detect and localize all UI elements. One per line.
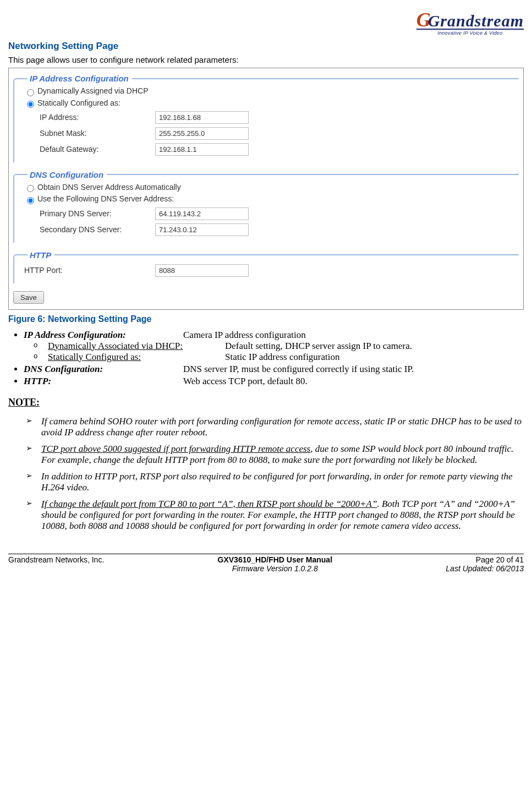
config-item-dns: DNS Configuration:DNS server IP, must be… (24, 364, 524, 375)
secondary-dns-row: Secondary DNS Server: (40, 223, 519, 236)
primary-dns-label: Primary DNS Server: (40, 209, 155, 218)
ip-config-fieldset: IP Address Configuration Dynamically Ass… (13, 74, 519, 162)
config-item-ip: IP Address Configuration:Camera IP addre… (24, 330, 524, 363)
note-4: If change the default port from TCP 80 t… (29, 499, 524, 532)
subnet-mask-label: Subnet Mask: (40, 129, 155, 138)
dns-config-legend: DNS Configuration (28, 170, 107, 179)
footer-divider (8, 554, 524, 554)
note-list: If camera behind SOHO router with port f… (8, 416, 524, 532)
footer-right: Page 20 of 41 Last Updated: 06/2013 (446, 555, 524, 573)
gateway-label: Default Gateway: (40, 145, 155, 154)
dns-auto-row[interactable]: Obtain DNS Server Address Automatically (24, 183, 519, 192)
http-port-row: HTTP Port: (24, 264, 519, 277)
dns-desc: DNS server IP, must be configured correc… (183, 364, 414, 374)
config-list: IP Address Configuration:Camera IP addre… (8, 330, 524, 387)
ip-address-label: IP Address: (40, 113, 155, 122)
ip-desc: Camera IP address configuration (183, 330, 306, 340)
footer-center: GXV3610_HD/FHD User Manual Firmware Vers… (104, 555, 446, 573)
logo: GGrandstream Innovative IP Voice & Video (416, 11, 524, 36)
logo-main: GGrandstream (416, 11, 524, 29)
note-heading: NOTE: (8, 397, 524, 408)
dhcp-option-row[interactable]: Dynamically Assigned via DHCP (24, 86, 519, 96)
http-term: HTTP: (24, 376, 183, 387)
http-desc: Web access TCP port, default 80. (183, 376, 308, 386)
dns-manual-label: Use the Following DNS Server Address: (37, 194, 174, 203)
static-option-row[interactable]: Statically Configured as: (24, 99, 519, 108)
ip-address-row: IP Address: (40, 111, 519, 124)
figure-caption: Figure 6: Networking Setting Page (8, 314, 524, 324)
ip-sub-static: Statically Configured as: Static IP addr… (34, 352, 524, 363)
ip-address-input[interactable] (155, 111, 249, 124)
ip-sub-dhcp: Dynamically Associated via DHCP:Default … (34, 341, 524, 352)
ip-config-legend: IP Address Configuration (28, 74, 132, 83)
secondary-dns-label: Secondary DNS Server: (40, 225, 155, 234)
footer-firmware: Firmware Version 1.0.2.8 (104, 564, 446, 573)
dns-manual-row[interactable]: Use the Following DNS Server Address: (24, 194, 519, 204)
http-port-label: HTTP Port: (24, 266, 155, 275)
dns-manual-radio[interactable] (27, 197, 34, 204)
footer-manual-title: GXV3610_HD/FHD User Manual (218, 555, 333, 564)
dns-auto-radio[interactable] (27, 185, 34, 192)
dhcp-radio[interactable] (27, 89, 34, 96)
gateway-row: Default Gateway: (40, 143, 519, 156)
section-title: Networking Setting Page (8, 41, 524, 52)
footer-page: Page 20 of 41 (476, 555, 524, 564)
footer-updated: Last Updated: 06/2013 (446, 564, 524, 573)
primary-dns-row: Primary DNS Server: (40, 207, 519, 220)
http-fieldset: HTTP HTTP Port: (13, 250, 519, 283)
logo-subtitle: Innovative IP Voice & Video (416, 30, 524, 36)
ip-term: IP Address Configuration: (24, 330, 183, 341)
static-label: Statically Configured as: (37, 99, 120, 107)
primary-dns-input[interactable] (155, 207, 249, 220)
section-intro: This page allows user to configure netwo… (8, 55, 524, 64)
http-legend: HTTP (28, 250, 54, 260)
logo-area: GGrandstream Innovative IP Voice & Video (8, 11, 524, 36)
footer: Grandstream Networks, Inc. GXV3610_HD/FH… (8, 555, 524, 573)
save-button[interactable]: Save (13, 291, 44, 304)
gateway-input[interactable] (155, 143, 249, 156)
dns-auto-label: Obtain DNS Server Address Automatically (37, 183, 181, 192)
http-port-input[interactable] (155, 264, 249, 277)
note-3: In addition to HTTP port, RTSP port also… (29, 471, 524, 493)
config-screenshot: IP Address Configuration Dynamically Ass… (8, 68, 524, 309)
static-radio[interactable] (27, 101, 34, 108)
config-item-http: HTTP:Web access TCP port, default 80. (24, 376, 524, 387)
dhcp-label: Dynamically Assigned via DHCP (37, 86, 149, 95)
footer-company: Grandstream Networks, Inc. (8, 555, 104, 573)
note-2: TCP port above 5000 suggested if port fo… (29, 444, 524, 466)
subnet-mask-row: Subnet Mask: (40, 127, 519, 140)
dns-term: DNS Configuration: (24, 364, 183, 375)
subnet-mask-input[interactable] (155, 127, 249, 140)
secondary-dns-input[interactable] (155, 223, 249, 236)
dns-config-fieldset: DNS Configuration Obtain DNS Server Addr… (13, 170, 519, 243)
note-1: If camera behind SOHO router with port f… (29, 416, 524, 438)
